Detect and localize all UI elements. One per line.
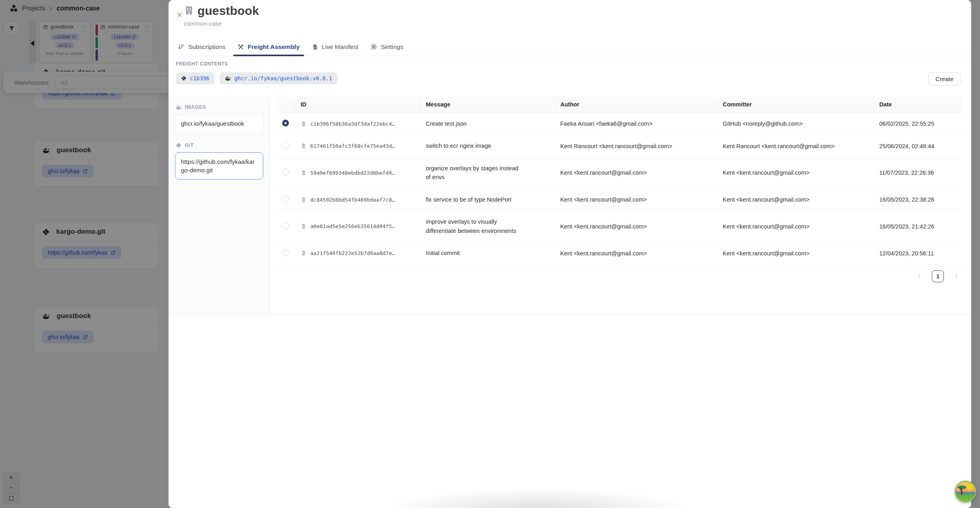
sort-list-icon — [178, 43, 185, 50]
pagination-prev-button[interactable] — [915, 272, 924, 281]
commit-radio[interactable] — [282, 169, 289, 175]
commit-file-icon — [301, 143, 307, 149]
commit-row[interactable]: dc84502b8bd54fb469bdaaf7c8… fix service … — [277, 188, 962, 210]
warehouse-building-icon — [184, 5, 194, 16]
commit-radio[interactable] — [282, 142, 289, 149]
docker-whale-icon — [225, 75, 231, 82]
column-header-date: Date — [874, 96, 962, 113]
artifact-sidebar: IMAGES ghcr.io/fykaa/guestbook GIT https… — [169, 96, 270, 314]
tab-live-manifest[interactable]: Live Manifest — [306, 38, 364, 56]
commit-radio[interactable] — [282, 222, 289, 229]
commit-row[interactable]: 617461f50afc3f68cfe75ea43d… switch to ec… — [277, 135, 962, 157]
column-header-id: ID — [295, 96, 420, 113]
commit-file-icon — [301, 170, 307, 176]
chevron-right-icon — [953, 273, 960, 280]
commit-table-area: ID Message Author Committer Date c1b396f… — [270, 96, 971, 314]
commit-radio-selected[interactable] — [282, 120, 289, 126]
close-button[interactable] — [175, 10, 184, 19]
column-header-message: Message — [420, 96, 555, 113]
git-section-label: GIT — [176, 143, 263, 148]
commit-row[interactable]: aa21f540fb222e52b7d0aa8d7e… Initial comm… — [277, 242, 962, 264]
commit-table: ID Message Author Committer Date c1b396f… — [277, 96, 962, 265]
radio-column-header — [277, 96, 295, 113]
column-header-committer: Committer — [717, 96, 874, 113]
modal-title: guestbook — [197, 4, 259, 18]
commit-radio[interactable] — [282, 249, 289, 256]
close-icon — [176, 11, 183, 18]
commit-file-icon — [301, 250, 307, 256]
freight-commit-chip[interactable]: c1b396 — [176, 72, 215, 84]
modal-subtitle-project: common-case — [184, 20, 222, 27]
island-extension-badge[interactable] — [955, 481, 976, 502]
commit-row[interactable]: 59a9ef699348ebdbd22d8befd4… organize ove… — [277, 157, 962, 188]
tab-settings[interactable]: Settings — [364, 38, 409, 56]
docker-whale-icon — [176, 104, 182, 110]
tab-freight-assembly[interactable]: Freight Assembly — [232, 38, 306, 56]
commit-file-icon — [301, 121, 307, 127]
tools-icon — [238, 44, 244, 50]
warehouse-details-modal: guestbook common-case Subscriptions Frei… — [169, 0, 971, 508]
gear-icon — [370, 43, 377, 50]
image-repo-card[interactable]: ghcr.io/fykaa/guestbook — [175, 114, 263, 133]
modal-tab-bar: Subscriptions Freight Assembly Live Mani… — [169, 38, 971, 56]
images-section-label: IMAGES — [176, 104, 263, 110]
pagination-page-1[interactable]: 1 — [932, 270, 944, 282]
pagination-next-button[interactable] — [952, 272, 961, 281]
tab-subscriptions[interactable]: Subscriptions — [172, 38, 232, 56]
freight-contents-heading: FREIGHT CONTENTS — [176, 61, 228, 67]
create-freight-button[interactable]: Create — [928, 72, 961, 86]
commit-file-icon — [301, 223, 307, 229]
git-icon — [176, 143, 181, 148]
column-header-author: Author — [555, 96, 717, 113]
bottom-sheet-shadow — [353, 484, 722, 508]
freight-image-chip[interactable]: ghcr.io/fykaa/guestbook:v0.0.1 — [220, 72, 338, 84]
commit-row[interactable]: c1b396f58b36a3df3daf22ebc4… Create test.… — [277, 113, 962, 135]
freight-assembly-content: IMAGES ghcr.io/fykaa/guestbook GIT https… — [169, 96, 971, 314]
git-repo-card-selected[interactable]: https://github.com/fykaa/kargo-demo.git — [175, 152, 263, 180]
freight-contents-chips: c1b396 ghcr.io/fykaa/guestbook:v0.0.1 — [176, 72, 338, 84]
sun-graphic — [967, 484, 972, 490]
commit-radio[interactable] — [282, 196, 289, 202]
table-pagination: 1 — [277, 270, 962, 282]
file-icon — [312, 44, 318, 50]
chevron-left-icon — [916, 273, 923, 280]
commit-file-icon — [301, 197, 307, 203]
git-icon — [181, 75, 187, 81]
commit-row[interactable]: a0e81ad5e5e256eb35614d04f5… improve over… — [277, 211, 962, 242]
